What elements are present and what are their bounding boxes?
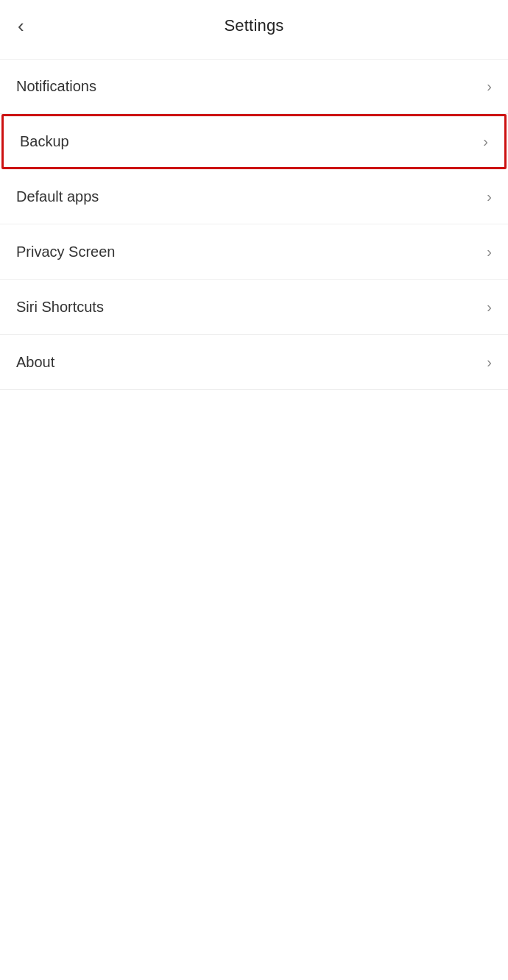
settings-item-label-notifications: Notifications: [16, 78, 96, 95]
chevron-right-icon-siri-shortcuts: ›: [487, 299, 492, 316]
settings-item-privacy-screen[interactable]: Privacy Screen›: [0, 224, 508, 280]
settings-screen: ‹ Settings Notifications›Backup›Default …: [0, 0, 508, 390]
settings-item-about[interactable]: About›: [0, 335, 508, 390]
page-title: Settings: [224, 16, 283, 35]
chevron-right-icon-default-apps: ›: [487, 188, 492, 205]
settings-item-label-privacy-screen: Privacy Screen: [16, 244, 116, 260]
back-chevron-icon: ‹: [18, 16, 24, 35]
settings-item-label-backup: Backup: [20, 133, 69, 150]
settings-item-label-siri-shortcuts: Siri Shortcuts: [16, 299, 104, 316]
back-button[interactable]: ‹: [15, 13, 27, 38]
settings-item-default-apps[interactable]: Default apps›: [0, 169, 508, 224]
settings-item-notifications[interactable]: Notifications›: [0, 59, 508, 114]
settings-item-label-default-apps: Default apps: [16, 188, 99, 205]
settings-item-siri-shortcuts[interactable]: Siri Shortcuts›: [0, 280, 508, 335]
chevron-right-icon-privacy-screen: ›: [487, 244, 492, 260]
chevron-right-icon-notifications: ›: [487, 78, 492, 95]
settings-list: Notifications›Backup›Default apps›Privac…: [0, 59, 508, 390]
settings-item-label-about: About: [16, 354, 54, 371]
header: ‹ Settings: [0, 0, 508, 52]
settings-item-backup[interactable]: Backup›: [1, 114, 507, 169]
chevron-right-icon-backup: ›: [483, 133, 488, 150]
chevron-right-icon-about: ›: [487, 354, 492, 371]
